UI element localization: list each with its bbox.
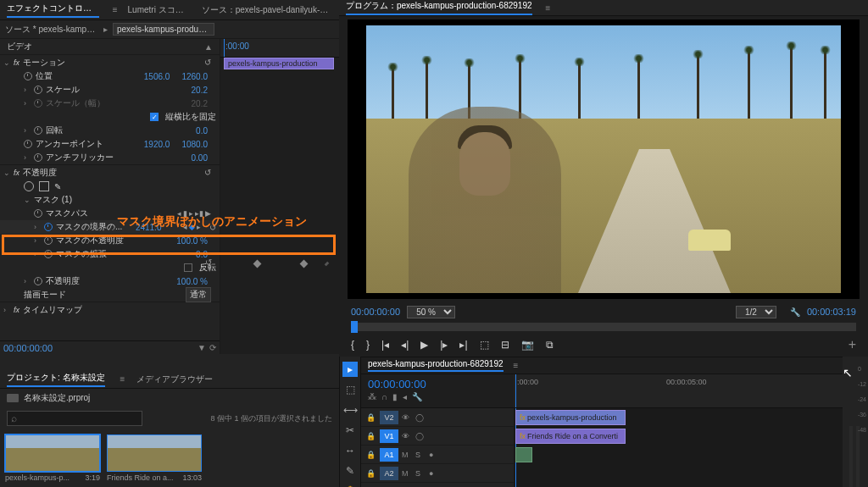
stopwatch-feather-icon[interactable]	[44, 223, 53, 231]
v2-target-icon[interactable]: ◯	[415, 413, 426, 422]
rotation-value[interactable]: 0.0	[196, 126, 208, 136]
twisty-main-opacity[interactable]: ›	[24, 277, 31, 285]
rect-mask-icon[interactable]	[39, 181, 49, 191]
clip-v1[interactable]: fxFriends Ride on a Converti	[515, 429, 626, 444]
v2-eye-icon[interactable]: 👁	[402, 413, 412, 422]
antiflicker-value[interactable]: 0.00	[192, 153, 208, 163]
twisty-feather[interactable]: ›	[34, 223, 41, 231]
linked-selection-icon[interactable]: ∩	[381, 392, 387, 401]
stopwatch-mask-expansion-icon[interactable]	[44, 250, 53, 258]
tab-project[interactable]: プロジェクト: 名称未設定	[7, 372, 105, 387]
reset-opacity-icon[interactable]: ↺	[204, 168, 211, 177]
project-menu-icon[interactable]	[117, 374, 125, 384]
go-to-in-button[interactable]: |◂	[381, 339, 389, 351]
slip-tool[interactable]: ↔	[342, 443, 358, 458]
timeline-ruler[interactable]: :00:00 00:00:05:00	[514, 374, 843, 407]
step-forward-button[interactable]: |▸	[440, 339, 448, 351]
keyframe-2[interactable]	[300, 260, 309, 268]
a1-lock-icon[interactable]: 🔒	[366, 451, 376, 459]
timeline-menu-icon[interactable]	[510, 361, 519, 370]
main-opacity-value[interactable]: 100.0 %	[176, 277, 208, 286]
reset-motion-icon[interactable]: ↺	[204, 58, 211, 67]
selection-tool[interactable]: ▸	[342, 362, 358, 377]
twisty-rotation[interactable]: ›	[24, 126, 31, 135]
project-search-input[interactable]	[7, 411, 142, 426]
a1-rec-icon[interactable]: ●	[429, 451, 439, 459]
scale-value[interactable]: 20.2	[192, 86, 208, 95]
mark-in-button[interactable]: {	[351, 339, 354, 351]
tab-source[interactable]: ソース：pexels-pavel-danilyuk-667	[202, 4, 332, 16]
program-menu-icon[interactable]	[542, 3, 551, 13]
zoom-dropdown[interactable]: 50 %	[407, 306, 455, 318]
twisty-timeremap[interactable]: ›	[3, 306, 10, 314]
a2-lock-icon[interactable]: 🔒	[366, 469, 376, 478]
clip-v2[interactable]: fxpexels-kampus-production	[515, 410, 626, 425]
a2-mute-icon[interactable]: M	[402, 469, 412, 478]
funnel-icon[interactable]: ▼	[198, 343, 206, 352]
tab-effect-controls[interactable]: エフェクトコントロール	[7, 3, 99, 18]
step-back-button[interactable]: ◂|	[401, 339, 409, 351]
twisty-antiflicker[interactable]: ›	[24, 153, 31, 162]
marker-icon[interactable]: ▮	[392, 392, 398, 401]
anchor-x[interactable]: 1920.0	[144, 140, 170, 149]
v1-label[interactable]: V1	[380, 429, 398, 443]
timeline-timecode[interactable]: 00:00:00:00	[368, 378, 507, 390]
effect-timeline[interactable]: :00:00 pexels-kampus-production ↺	[220, 39, 339, 354]
twisty-scale-w[interactable]: ›	[24, 99, 31, 108]
master-clip-dropdown[interactable]: pexels-kampus-producti...	[113, 23, 214, 36]
twisty-mask-opacity[interactable]: ›	[34, 236, 41, 245]
program-playhead[interactable]	[351, 321, 358, 333]
track-select-tool[interactable]: ⬚	[342, 382, 358, 397]
razor-tool[interactable]: ✂	[342, 423, 358, 438]
ellipse-mask-icon[interactable]	[24, 181, 34, 191]
mini-playhead[interactable]	[224, 39, 225, 57]
twisty-motion[interactable]: ⌄	[3, 58, 10, 67]
program-monitor[interactable]	[348, 19, 860, 299]
project-item-2[interactable]: Friends Ride on a...13:03	[107, 434, 202, 482]
settings-icon[interactable]: 🔧	[790, 307, 800, 317]
a1-solo-icon[interactable]: S	[415, 451, 426, 459]
play-button[interactable]: ▶	[420, 339, 428, 351]
v1-target-icon[interactable]: ◯	[415, 432, 426, 440]
stopwatch-maskpath-icon[interactable]	[34, 209, 42, 218]
program-scrubber[interactable]	[351, 323, 856, 331]
effect-timecode[interactable]: 00:00:00:00	[3, 343, 53, 353]
export-frame-button[interactable]: 📷	[521, 339, 534, 351]
v2-label[interactable]: V2	[380, 411, 398, 424]
v2-lock-icon[interactable]: 🔒	[366, 413, 376, 422]
zoom-icon[interactable]: ⟳	[209, 343, 216, 352]
a2-solo-icon[interactable]: S	[415, 469, 426, 478]
stopwatch-rotation-icon[interactable]	[34, 126, 42, 135]
ripple-tool[interactable]: ⟷	[342, 402, 358, 418]
uniform-scale-checkbox[interactable]: ✓	[150, 113, 159, 121]
kf-reset-icon[interactable]: ↺	[205, 257, 212, 267]
a2-rec-icon[interactable]: ●	[429, 469, 439, 478]
resolution-dropdown[interactable]: 1/2	[736, 306, 776, 318]
clip-a1[interactable]	[515, 447, 532, 462]
stopwatch-main-opacity-icon[interactable]	[34, 277, 42, 285]
anchor-y[interactable]: 1080.0	[181, 140, 208, 149]
mark-out-button[interactable]: }	[366, 339, 370, 351]
twisty-opacity[interactable]: ⌄	[3, 169, 10, 177]
position-y[interactable]: 1260.0	[181, 72, 208, 81]
twisty-mask1[interactable]: ⌄	[24, 196, 31, 204]
collapse-icon[interactable]: ▲	[204, 42, 213, 52]
a1-mute-icon[interactable]: M	[402, 451, 412, 459]
tab-media-browser[interactable]: メディアブラウザー	[136, 374, 213, 385]
timeline-playhead[interactable]	[515, 374, 516, 407]
extract-button[interactable]: ⊟	[501, 339, 509, 351]
stopwatch-antiflicker-icon[interactable]	[34, 153, 42, 162]
twisty-mask-expansion[interactable]: ›	[34, 250, 41, 258]
mask-opacity-value[interactable]: 100.0 %	[176, 236, 208, 246]
effect-clip-bar[interactable]: pexels-kampus-production	[224, 58, 334, 69]
a2-label[interactable]: A2	[380, 467, 398, 480]
tab-program[interactable]: プログラム：pexels-kampus-production-6829192	[346, 0, 532, 15]
pen-tool[interactable]: ✎	[342, 463, 358, 479]
stopwatch-position-icon[interactable]	[24, 72, 32, 80]
keyframe-1[interactable]	[253, 260, 262, 268]
add-button[interactable]: +	[849, 337, 856, 352]
a1-label[interactable]: A1	[380, 448, 398, 462]
v1-eye-icon[interactable]: 👁	[402, 432, 412, 440]
position-x[interactable]: 1506.0	[144, 72, 170, 81]
track-area[interactable]: fxpexels-kampus-production fxFriends Rid…	[514, 408, 843, 487]
